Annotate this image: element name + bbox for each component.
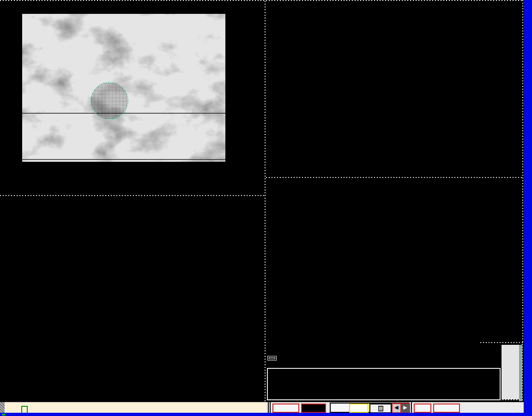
divider [411, 402, 412, 413]
window-resize-handle[interactable] [0, 402, 5, 413]
status-popup-border-bottom [267, 399, 523, 400]
radar-ppi-plot[interactable] [0, 196, 266, 375]
hrs-button[interactable] [369, 404, 392, 413]
set-time-button[interactable] [301, 404, 326, 413]
step-back-button[interactable]: ◀ [392, 403, 401, 413]
status-table [267, 368, 501, 400]
xsec-maxdz-plot[interactable] [266, 0, 526, 178]
desktop-strip-bottom [0, 413, 532, 416]
status-popup-border-right [522, 342, 523, 400]
hrs-doc-icon [378, 406, 383, 411]
divider [268, 402, 269, 413]
taskbar-indicator [2, 414, 6, 416]
status-scrollbar[interactable] [502, 345, 519, 399]
status-dismiss-button[interactable] [267, 356, 277, 361]
terminal-cursor [21, 406, 28, 413]
status-popup-border-top [480, 342, 523, 343]
skip-group: ◀ ▶ [330, 403, 409, 413]
right-window-border [522, 0, 523, 342]
control-dismiss-button[interactable] [433, 404, 460, 413]
satellite-clouds [22, 14, 225, 162]
zeb-display-root: ◀ ▶ [0, 0, 532, 416]
desktop-strip-right [524, 0, 532, 416]
xsec-radialvelocity-plot[interactable] [266, 178, 526, 341]
panel-divider-vertical [265, 0, 266, 401]
skip-hours-input[interactable] [349, 404, 369, 413]
scan-seam-2 [22, 159, 225, 160]
top-window-border [0, 0, 532, 1]
scan-seam-1 [22, 113, 225, 114]
terminal-window[interactable] [0, 401, 266, 413]
real-time-button[interactable] [272, 404, 299, 413]
panel-divider-left [0, 195, 265, 196]
help-button[interactable] [414, 404, 431, 413]
radar-range-ring-overlay [91, 82, 128, 119]
panel-divider-right [266, 177, 523, 178]
goes-ir-satellite-image[interactable] [22, 14, 225, 162]
step-forward-button[interactable]: ▶ [400, 403, 410, 413]
divider [270, 402, 271, 413]
time-control-bar: ◀ ▶ [266, 401, 524, 413]
